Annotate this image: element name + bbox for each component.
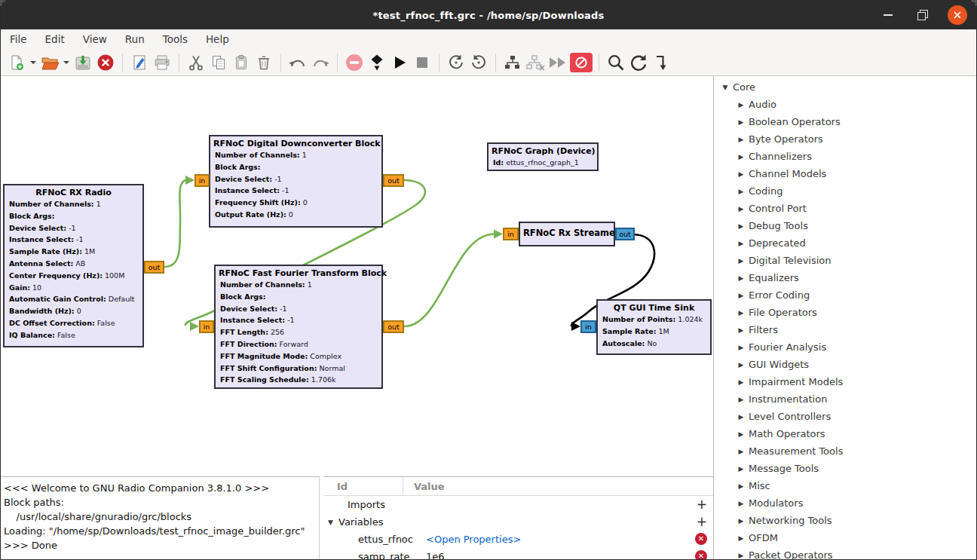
screen-capture-button[interactable]	[129, 51, 150, 74]
menu-run[interactable]: Run	[125, 33, 145, 45]
tree-item[interactable]: ▶ Debug Tools	[714, 217, 977, 234]
port-in[interactable]: in	[194, 174, 210, 187]
add-variable-button[interactable]: +	[697, 515, 707, 529]
restore-button[interactable]	[913, 5, 933, 25]
delete-button[interactable]	[253, 51, 274, 74]
tree-item[interactable]: ▶ Deprecated	[714, 234, 977, 252]
connection-fft-to-streamer[interactable]	[404, 234, 494, 327]
block-rfnoc-fft[interactable]: RFNoC Fast Fourier Transform Block Numbe…	[214, 265, 383, 389]
variable-error-button[interactable]: ✕	[695, 532, 707, 545]
port-out[interactable]: out	[144, 261, 164, 274]
copy-button[interactable]	[208, 51, 229, 74]
row-imports[interactable]: Imports +	[323, 496, 713, 513]
rotate-ccw-button[interactable]	[446, 51, 467, 74]
menu-tools[interactable]: Tools	[163, 33, 188, 45]
menu-help[interactable]: Help	[206, 33, 229, 45]
port-out[interactable]: out	[383, 174, 404, 187]
print-button[interactable]	[152, 51, 173, 74]
port-in[interactable]: in	[580, 320, 596, 333]
disable-block-button[interactable]	[525, 51, 546, 74]
tree-item[interactable]: ▶ Digital Television	[714, 252, 977, 269]
generate-button[interactable]	[366, 51, 387, 74]
close-flowgraph-button[interactable]	[95, 51, 116, 74]
tree-item[interactable]: ▶ Math Operators	[714, 425, 977, 442]
open-properties-link[interactable]: <Open Properties>	[423, 534, 521, 545]
tree-item[interactable]: ▶ Byte Operators	[714, 130, 977, 148]
tree-item[interactable]: ▶ Control Port	[714, 200, 977, 217]
show-errors-button[interactable]	[344, 51, 365, 74]
port-in[interactable]: in	[199, 320, 214, 333]
open-button[interactable]	[39, 51, 60, 74]
block-rfnoc-rx-radio[interactable]: RFNoC RX Radio Number of Channels:1Block…	[3, 184, 144, 347]
new-dropdown[interactable]	[29, 51, 38, 74]
tree-item[interactable]: ▶ OFDM	[714, 529, 977, 546]
row-samp-rate[interactable]: samp_rate 1e6 ✕	[323, 548, 713, 560]
open-dropdown[interactable]	[62, 51, 71, 74]
paste-button[interactable]	[231, 51, 252, 74]
block-rfnoc-rx-streamer[interactable]: RFNoC Rx Streamer	[519, 222, 615, 246]
triangle-right-icon: ▶	[736, 552, 746, 559]
parser-errors-button[interactable]	[651, 51, 672, 74]
block-rfnoc-graph[interactable]: RFNoC Graph (Device) Id:ettus_rfnoc_grap…	[487, 142, 599, 171]
block-param: Automatic Gain Control:Default	[9, 293, 138, 305]
block-qt-gui-time-sink[interactable]: QT GUI Time Sink Number of Points:1.024k…	[596, 299, 712, 355]
tree-item[interactable]: ▶ Packet Operators	[714, 546, 977, 560]
undo-button[interactable]	[287, 51, 308, 74]
triangle-right-icon: ▶	[736, 309, 746, 317]
port-out[interactable]: out	[615, 228, 635, 240]
tree-item[interactable]: ▶ Channel Models	[714, 165, 977, 182]
port-in[interactable]: in	[503, 228, 519, 240]
block-param: Number of Points:1.024k	[602, 314, 706, 326]
variable-error-button[interactable]: ✕	[695, 549, 707, 560]
block-rfnoc-ddc[interactable]: RFNoC Digital Downconverter Block Number…	[209, 135, 383, 228]
block-params: Number of Channels:1Block Args:Device Se…	[216, 279, 381, 386]
tree-children: ▶ Audio ▶ Boolean Operators ▶ Byte Opera…	[714, 96, 977, 560]
menu-view[interactable]: View	[83, 33, 107, 45]
menu-file[interactable]: File	[10, 33, 27, 45]
titlebar[interactable]: *test_rfnoc_fft.grc - /home/sp/Downloads	[1, 1, 976, 29]
tree-item[interactable]: ▶ GUI Widgets	[714, 356, 977, 373]
console-log: <<< Welcome to GNU Radio Companion 3.8.1…	[4, 481, 319, 552]
tree-item[interactable]: ▶ Measurement Tools	[714, 442, 977, 460]
row-variables[interactable]: ▼ Variables +	[323, 513, 713, 531]
tree-item[interactable]: ▶ Boolean Operators	[714, 113, 977, 130]
cut-button[interactable]	[185, 51, 207, 74]
tree-item[interactable]: ▶ Level Controllers	[714, 408, 977, 425]
tree-item-core[interactable]: ▼ Core	[714, 78, 977, 96]
execute-button[interactable]	[389, 51, 410, 74]
new-button[interactable]	[6, 51, 27, 74]
tree-item[interactable]: ▶ File Operators	[714, 304, 977, 321]
tree-item[interactable]: ▶ Error Coding	[714, 286, 977, 304]
tree-item[interactable]: ▶ Channelizers	[714, 148, 977, 165]
tree-item[interactable]: ▶ Audio	[714, 96, 977, 113]
save-button[interactable]	[72, 51, 93, 74]
redo-button[interactable]	[310, 51, 331, 74]
triangle-right-icon: ▶	[736, 361, 746, 369]
find-block-button[interactable]	[605, 51, 626, 74]
tree-item[interactable]: ▶ Fourier Analysis	[714, 338, 977, 356]
row-ettus-rfnoc[interactable]: ettus_rfnoc <Open Properties> ✕	[323, 531, 713, 548]
port-out[interactable]: out	[383, 320, 404, 333]
tree-item[interactable]: ▶ Modulators	[714, 494, 977, 512]
toggle-bypass-button[interactable]	[570, 51, 593, 74]
add-import-button[interactable]: +	[697, 497, 707, 512]
reload-blocks-button[interactable]	[628, 51, 649, 74]
bypass-block-button[interactable]	[547, 51, 568, 74]
tree-item[interactable]: ▶ Networking Tools	[714, 512, 977, 529]
block-params: Number of Points:1.024kSample Rate:1MAut…	[598, 314, 710, 349]
minimize-button[interactable]	[878, 5, 898, 25]
tree-item[interactable]: ▶ Misc	[714, 477, 977, 494]
enable-block-button[interactable]	[502, 51, 523, 74]
connection-radio-to-ddc[interactable]	[164, 180, 185, 267]
tree-item[interactable]: ▶ Impairment Models	[714, 373, 977, 390]
menu-edit[interactable]: Edit	[45, 33, 65, 45]
tree-item[interactable]: ▶ Message Tools	[714, 460, 977, 477]
kill-button[interactable]	[412, 51, 433, 74]
close-button[interactable]	[948, 5, 967, 25]
tree-item[interactable]: ▶ Instrumentation	[714, 390, 977, 408]
tree-item[interactable]: ▶ Equalizers	[714, 269, 977, 286]
rotate-cw-button[interactable]	[468, 51, 489, 74]
flowgraph-canvas[interactable]: RFNoC RX Radio Number of Channels:1Block…	[1, 76, 713, 476]
tree-item[interactable]: ▶ Filters	[714, 321, 977, 338]
tree-item[interactable]: ▶ Coding	[714, 182, 977, 200]
